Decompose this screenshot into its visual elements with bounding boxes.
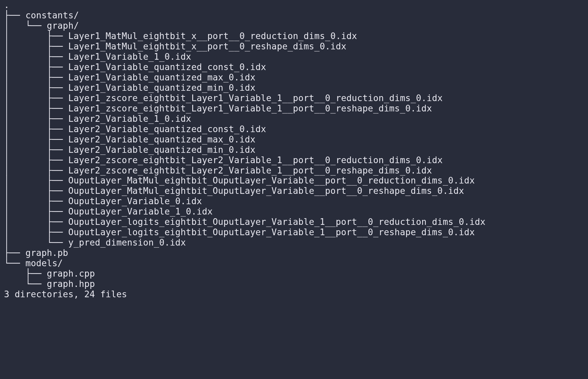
tree-branch-prefix: │ └── (4, 238, 68, 248)
tree-entry: Layer1_MatMul_eightbit_x__port__0_reshap… (68, 41, 346, 51)
tree-branch-prefix: │ ├── (4, 83, 68, 93)
tree-entry: Layer2_zscore_eightbit_Layer2_Variable_1… (68, 165, 432, 175)
tree-entry: Layer1_MatMul_eightbit_x__port__0_reduct… (68, 31, 357, 41)
tree-branch-prefix: │ ├── (4, 114, 68, 124)
tree-entry: Layer1_zscore_eightbit_Layer1_Variable_1… (68, 103, 432, 113)
tree-entry: models/ (25, 258, 63, 268)
tree-entry: Layer1_Variable_quantized_min_0.idx (68, 83, 255, 93)
tree-branch-prefix: │ ├── (4, 31, 68, 41)
tree-branch-prefix: │ ├── (4, 134, 68, 144)
tree-entry: Layer1_Variable_quantized_const_0.idx (68, 62, 266, 72)
tree-entry: Layer2_Variable_1_0.idx (68, 114, 191, 124)
tree-branch-prefix: │ ├── (4, 155, 68, 165)
tree-branch-prefix: │ └── (4, 21, 47, 31)
tree-branch-prefix: │ ├── (4, 207, 68, 217)
tree-entry: OuputLayer_logits_eightbit_OuputLayer_Va… (68, 217, 486, 227)
tree-entry: graph.pb (25, 248, 68, 258)
tree-branch-prefix: │ ├── (4, 41, 68, 51)
tree-entry: OuputLayer_logits_eightbit_OuputLayer_Va… (68, 227, 475, 237)
tree-branch-prefix: │ ├── (4, 52, 68, 62)
tree-entry: Layer2_Variable_quantized_min_0.idx (68, 145, 255, 155)
tree-branch-prefix: ├── (4, 10, 25, 20)
tree-branch-prefix: └── (4, 258, 25, 268)
tree-branch-prefix: ├── (4, 269, 47, 279)
tree-entry: Layer1_Variable_1_0.idx (68, 52, 191, 62)
tree-branch-prefix: │ ├── (4, 217, 68, 227)
tree-entry: y_pred_dimension_0.idx (68, 238, 186, 248)
tree-entry: graph.cpp (47, 269, 95, 279)
tree-branch-prefix: │ ├── (4, 103, 68, 113)
tree-entry: OuputLayer_Variable_0.idx (68, 196, 202, 206)
tree-root: . (4, 0, 9, 10)
tree-summary: 3 directories, 24 files (4, 289, 127, 299)
tree-entry: OuputLayer_MatMul_eightbit_OuputLayer_Va… (68, 175, 475, 185)
tree-branch-prefix: │ ├── (4, 124, 68, 134)
tree-branch-prefix: │ ├── (4, 72, 68, 82)
tree-branch-prefix: ├── (4, 248, 25, 258)
tree-branch-prefix: │ ├── (4, 186, 68, 196)
tree-entry: OuputLayer_MatMul_eightbit_OuputLayer_Va… (68, 186, 464, 196)
tree-branch-prefix: │ ├── (4, 175, 68, 185)
tree-body: ├── constants/ │ └── graph/ │ ├── Layer1… (4, 10, 486, 289)
tree-entry: Layer2_zscore_eightbit_Layer2_Variable_1… (68, 155, 443, 165)
tree-entry: Layer2_Variable_quantized_const_0.idx (68, 124, 266, 134)
tree-branch-prefix: └── (4, 279, 47, 289)
tree-entry: graph.hpp (47, 279, 95, 289)
tree-branch-prefix: │ ├── (4, 196, 68, 206)
tree-branch-prefix: │ ├── (4, 62, 68, 72)
tree-branch-prefix: │ ├── (4, 227, 68, 237)
tree-output: . ├── constants/ │ └── graph/ │ ├── Laye… (0, 0, 588, 300)
tree-branch-prefix: │ ├── (4, 145, 68, 155)
tree-entry: Layer2_Variable_quantized_max_0.idx (68, 134, 255, 144)
tree-entry: OuputLayer_Variable_1_0.idx (68, 207, 213, 217)
tree-entry: Layer1_Variable_quantized_max_0.idx (68, 72, 255, 82)
tree-entry: constants/ (25, 10, 79, 20)
tree-branch-prefix: │ ├── (4, 165, 68, 175)
tree-branch-prefix: │ ├── (4, 93, 68, 103)
tree-entry: Layer1_zscore_eightbit_Layer1_Variable_1… (68, 93, 443, 103)
tree-entry: graph/ (47, 21, 79, 31)
